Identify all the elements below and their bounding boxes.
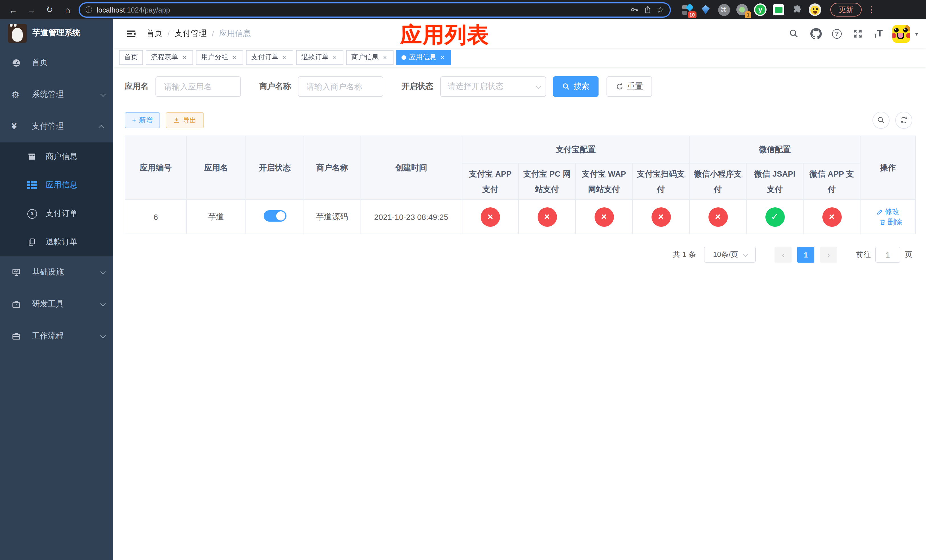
enable-toggle[interactable] <box>263 210 286 222</box>
help-icon[interactable]: ? <box>832 29 842 38</box>
chevron-down-icon <box>743 251 748 257</box>
browser-back-icon[interactable]: ← <box>6 2 21 17</box>
status-select[interactable]: 请选择开启状态 <box>440 76 546 97</box>
refund-icon <box>27 238 40 247</box>
sidebar-item-refund-order[interactable]: 退款订单 <box>0 228 113 256</box>
prev-page-button[interactable]: ‹ <box>775 247 791 263</box>
reset-button[interactable]: 重置 <box>607 76 652 97</box>
col-header-created: 创建时间 <box>360 136 462 200</box>
user-avatar[interactable] <box>893 25 910 42</box>
close-icon[interactable]: × <box>231 53 238 61</box>
sidebar-item-payment[interactable]: ¥ 支付管理 <box>0 110 113 142</box>
merchant-name-field[interactable] <box>298 76 383 97</box>
col-header-wechat-mini: 微信小程序支付 <box>689 163 746 200</box>
app-logo[interactable]: 芋道管理系统 <box>0 20 113 47</box>
sidebar-item-system[interactable]: ⚙ 系统管理 <box>0 79 113 110</box>
tab-merchant-info[interactable]: 商户信息× <box>346 50 393 65</box>
refresh-button[interactable] <box>895 112 912 129</box>
sidebar-item-home[interactable]: 首页 <box>0 47 113 79</box>
top-navbar: 首页 / 支付管理 / 应用信息 ? <box>113 20 926 48</box>
site-info-icon[interactable]: ⓘ <box>85 5 92 15</box>
chrome-update-button[interactable]: 更新 <box>830 3 862 17</box>
sidebar-collapse-icon[interactable] <box>121 24 141 43</box>
extension-gem-icon[interactable] <box>699 3 712 16</box>
github-icon[interactable] <box>810 27 822 40</box>
page-size-select[interactable]: 10条/页 <box>704 247 756 263</box>
tab-process-form[interactable]: 流程表单× <box>146 50 193 65</box>
bookmark-star-icon[interactable]: ☆ <box>656 5 664 15</box>
current-page[interactable]: 1 <box>797 247 814 263</box>
close-icon[interactable]: × <box>381 53 388 61</box>
monitor-icon <box>11 268 25 277</box>
sidebar-item-merchant-info[interactable]: 商户信息 <box>0 142 113 171</box>
avatar-caret-icon[interactable]: ▾ <box>915 30 918 37</box>
next-page-button[interactable]: › <box>820 247 837 263</box>
sidebar: 芋道管理系统 首页 ⚙ 系统管理 ¥ 支付管理 <box>0 20 113 560</box>
goto-page-input[interactable] <box>875 247 900 263</box>
sidebar-item-app-info[interactable]: 应用信息 <box>0 171 113 200</box>
close-icon[interactable]: × <box>439 53 446 61</box>
sidebar-item-pay-order[interactable]: ¥ 支付订单 <box>0 200 113 228</box>
extension-chat-icon[interactable] <box>772 3 785 16</box>
search-button[interactable]: 搜索 <box>553 76 599 97</box>
header-search-icon[interactable] <box>788 27 800 40</box>
extension-command-icon[interactable]: ⌘ <box>717 3 730 16</box>
browser-menu-icon[interactable]: ⋮ <box>866 5 876 15</box>
cell-actions: 修改 删除 <box>860 200 915 234</box>
delete-link[interactable]: 删除 <box>879 217 902 227</box>
col-header-status: 开启状态 <box>246 136 304 200</box>
browser-forward-icon[interactable]: → <box>24 2 39 17</box>
app-name-input[interactable] <box>163 82 233 92</box>
merchant-name-label: 商户名称 <box>259 82 291 92</box>
col-header-alipay-pc: 支付宝 PC 网站支付 <box>519 163 575 200</box>
browser-home-icon[interactable]: ⌂ <box>61 2 75 17</box>
close-icon[interactable]: × <box>281 53 288 61</box>
merchant-name-input[interactable] <box>305 82 376 92</box>
tab-user-group[interactable]: 用户分组× <box>196 50 243 65</box>
status-icon: × <box>537 207 557 227</box>
edit-link[interactable]: 修改 <box>876 206 900 217</box>
status-icon: × <box>481 207 500 227</box>
extension-y-icon[interactable]: y <box>754 3 767 16</box>
url-bar[interactable]: ⓘ localhost:1024/pay/app ☆ <box>79 2 671 17</box>
yen-icon: ¥ <box>11 121 25 132</box>
filter-form: 应用名 商户名称 开启状态 请选择开启状态 搜索 重置 <box>125 76 920 97</box>
breadcrumb-home[interactable]: 首页 <box>146 29 162 39</box>
share-icon[interactable] <box>643 5 652 14</box>
fullscreen-icon[interactable] <box>851 27 864 40</box>
tab-refund-order[interactable]: 退款订单× <box>296 50 343 65</box>
add-button[interactable]: + 新增 <box>125 112 160 128</box>
app-name-field[interactable] <box>156 76 241 97</box>
profile-avatar[interactable] <box>809 3 821 16</box>
col-header-wechat-jsapi: 微信 JSAPI 支付 <box>746 163 803 200</box>
extension-badge: 1 <box>745 11 751 18</box>
cell-created: 2021-10-23 08:49:25 <box>360 200 462 234</box>
cell-wechat-app: × <box>803 200 860 234</box>
password-key-icon[interactable] <box>629 5 639 14</box>
sidebar-item-dev-tools[interactable]: 研发工具 <box>0 288 113 320</box>
active-dot <box>401 55 406 59</box>
export-button[interactable]: 导出 <box>166 112 204 128</box>
tab-app-info[interactable]: 应用信息× <box>396 50 451 65</box>
gear-icon: ⚙ <box>11 89 25 100</box>
col-header-alipay-wap: 支付宝 WAP 网站支付 <box>575 163 632 200</box>
cell-status <box>246 200 304 234</box>
col-header-alipay-qr: 支付宝扫码支付 <box>632 163 689 200</box>
cell-app-name: 芋道 <box>186 200 246 234</box>
extension-lens-icon[interactable]: 1 <box>736 3 748 16</box>
browser-reload-icon[interactable]: ↻ <box>42 2 57 17</box>
shop-icon <box>27 152 40 161</box>
close-icon[interactable]: × <box>181 53 188 61</box>
close-icon[interactable]: × <box>331 53 338 61</box>
tags-view-bar: 首页 流程表单× 用户分组× 支付订单× 退款订单× 商户信息× 应用信息× <box>113 48 926 67</box>
show-search-button[interactable] <box>873 112 890 129</box>
breadcrumb-payment[interactable]: 支付管理 <box>175 29 207 39</box>
sidebar-item-infrastructure[interactable]: 基础设施 <box>0 256 113 288</box>
tab-pay-order[interactable]: 支付订单× <box>246 50 293 65</box>
tab-home[interactable]: 首页 <box>119 50 143 65</box>
extensions-puzzle-icon[interactable] <box>790 3 803 16</box>
app-name-label: 应用名 <box>125 82 149 92</box>
font-size-icon[interactable]: TT <box>874 29 883 39</box>
extension-axure-icon[interactable]: 10 <box>681 3 694 16</box>
sidebar-item-workflow[interactable]: 工作流程 <box>0 320 113 352</box>
